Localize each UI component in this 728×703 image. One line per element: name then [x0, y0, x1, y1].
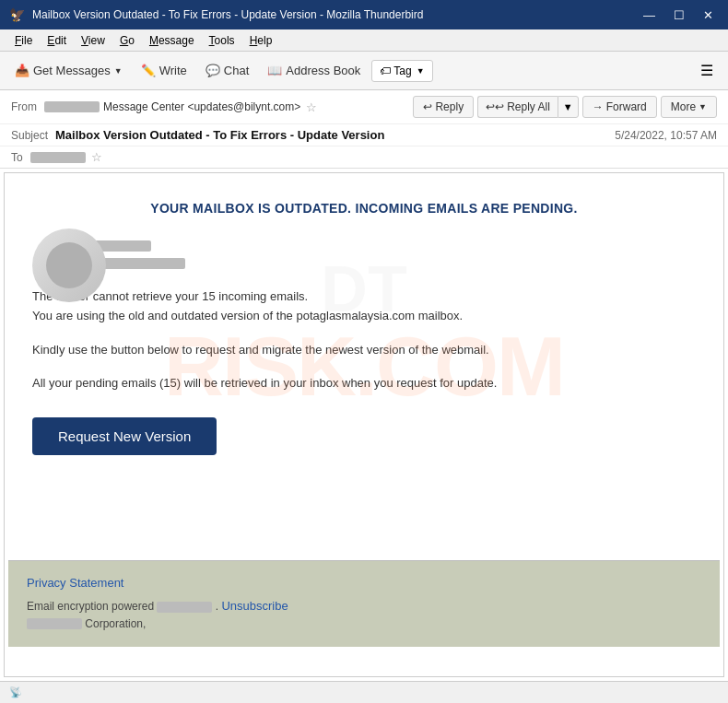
reply-all-button[interactable]: ↩↩ Reply All — [477, 96, 558, 118]
hamburger-menu-button[interactable]: ☰ — [693, 58, 721, 83]
status-icon: 📡 — [9, 686, 22, 698]
more-button[interactable]: More ▼ — [661, 96, 717, 118]
avatar-area — [32, 228, 115, 311]
title-bar: 🦅 Mailbox Version Outdated - To Fix Erro… — [0, 0, 728, 29]
from-blurred — [44, 101, 100, 112]
menu-bar: File Edit View Go Message Tools Help — [0, 29, 728, 52]
corp-blurred — [27, 618, 82, 629]
request-new-version-button[interactable]: Request New Version — [32, 417, 217, 455]
reply-icon: ↩ — [423, 100, 432, 113]
email-date: 5/24/2022, 10:57 AM — [615, 129, 717, 142]
reply-button[interactable]: ↩ Reply — [413, 96, 474, 118]
main-area: From Message Center <updates@bilynt.com>… — [0, 90, 728, 703]
footer-text: Email encryption powered . Unsubscribe C… — [27, 597, 701, 632]
get-messages-dropdown-icon: ▼ — [114, 66, 123, 76]
thunderbird-icon: 🦅 — [9, 7, 25, 22]
unsubscribe-link[interactable]: Unsubscribe — [221, 599, 288, 613]
body-para3: All your pending emails (15) will be ret… — [32, 374, 696, 393]
window-controls: — ☐ ✕ — [638, 6, 719, 24]
tag-dropdown-icon: ▼ — [417, 66, 425, 76]
watermark-bottom: RISK.COM — [164, 320, 564, 415]
reply-all-icon: ↩↩ — [486, 100, 504, 113]
from-value: Message Center <updates@bilynt.com> — [103, 100, 300, 113]
menu-go[interactable]: Go — [112, 32, 142, 49]
tag-icon: 🏷 — [380, 64, 391, 77]
more-dropdown-icon: ▼ — [699, 102, 707, 111]
forward-button[interactable]: → Forward — [582, 96, 657, 118]
from-label: From — [11, 100, 37, 113]
headline: YOUR MAILBOX IS OUTDATED. INCOMING EMAIL… — [32, 201, 696, 216]
avatar — [32, 228, 106, 302]
address-book-button[interactable]: 📖 Address Book — [260, 60, 368, 81]
window-title: Mailbox Version Outdated - To Fix Errors… — [32, 8, 638, 21]
menu-view[interactable]: View — [74, 32, 112, 49]
forward-icon: → — [593, 100, 604, 113]
from-row: From Message Center <updates@bilynt.com>… — [0, 90, 728, 124]
tag-button[interactable]: 🏷 Tag ▼ — [371, 60, 432, 82]
to-star-icon[interactable]: ☆ — [91, 150, 102, 164]
minimize-button[interactable]: — — [638, 6, 661, 24]
domain-line: Domain: — [41, 255, 696, 269]
status-bar: 📡 — [0, 681, 728, 703]
reply-all-dropdown-button[interactable]: ▼ — [558, 96, 579, 118]
toolbar: 📥 Get Messages ▼ ✏️ Write 💬 Chat 📖 Addre… — [0, 52, 728, 90]
to-label: To — [11, 151, 23, 164]
maximize-button[interactable]: ☐ — [668, 6, 690, 24]
write-icon: ✏️ — [141, 64, 156, 77]
menu-edit[interactable]: Edit — [40, 32, 74, 49]
get-messages-icon: 📥 — [15, 64, 29, 77]
privacy-statement-link[interactable]: Privacy Statement — [27, 576, 124, 590]
to-blurred — [30, 152, 86, 163]
subject-value: Mailbox Version Outdated - To Fix Errors… — [55, 128, 615, 142]
email-wrapper: DT RISK.COM YOUR MAILBOX IS OUTDATED. IN… — [4, 172, 724, 677]
chat-button[interactable]: 💬 Chat — [198, 60, 256, 81]
email-footer: Privacy Statement Email encryption power… — [8, 560, 720, 647]
to-row: To ☆ — [0, 146, 728, 168]
get-messages-button[interactable]: 📥 Get Messages ▼ — [7, 60, 130, 81]
subject-label: Subject — [11, 129, 48, 142]
email-actions: ↩ Reply ↩↩ Reply All ▼ → Forward More ▼ — [413, 96, 717, 118]
star-icon[interactable]: ☆ — [306, 100, 317, 114]
chat-icon: 💬 — [205, 64, 220, 77]
close-button[interactable]: ✕ — [698, 6, 719, 24]
email-content: DT RISK.COM YOUR MAILBOX IS OUTDATED. IN… — [5, 173, 723, 560]
body-para2: Kindly use the button below to request a… — [32, 341, 696, 360]
address-book-icon: 📖 — [267, 64, 282, 77]
menu-help[interactable]: Help — [242, 32, 280, 49]
menu-tools[interactable]: Tools — [202, 32, 242, 49]
email-header: From Message Center <updates@bilynt.com>… — [0, 90, 728, 169]
avatar-inner — [46, 242, 92, 288]
menu-file[interactable]: File — [7, 32, 40, 49]
user-line: User: — [41, 238, 696, 252]
menu-message[interactable]: Message — [142, 32, 202, 49]
write-button[interactable]: ✏️ Write — [134, 60, 194, 81]
body-para1: The server cannot retrieve your 15 incom… — [32, 287, 696, 326]
provider-blurred — [157, 602, 212, 613]
user-info: User: Domain: — [41, 238, 696, 269]
subject-row: Subject Mailbox Version Outdated - To Fi… — [0, 124, 728, 146]
reply-all-split: ↩↩ Reply All ▼ — [477, 96, 579, 118]
